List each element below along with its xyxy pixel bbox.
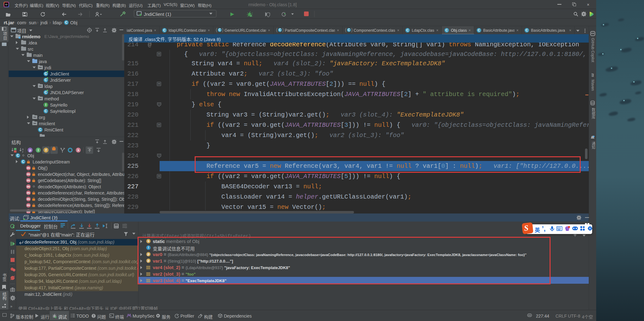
- svg-text:z: z: [22, 150, 24, 153]
